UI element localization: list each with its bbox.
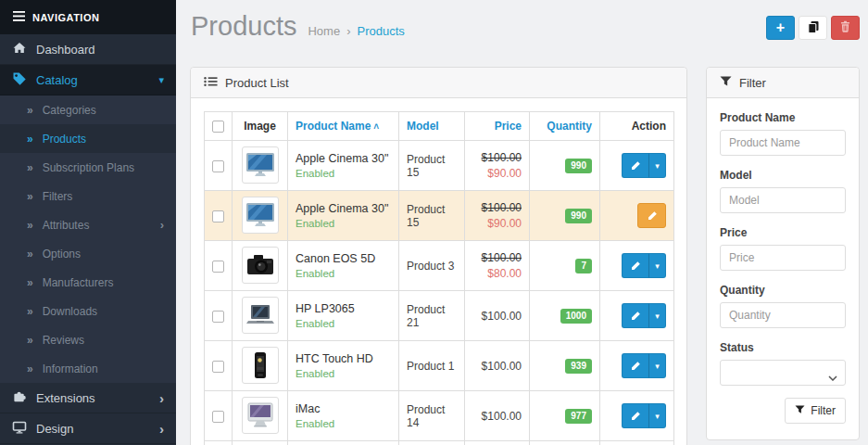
row-select-checkbox[interactable] [212, 361, 224, 373]
page-toolbar: + [766, 16, 860, 40]
table-row: Apple Cinema 30"Enabled Product 15 $100.… [205, 141, 674, 191]
edit-dropdown-toggle[interactable]: ▾ [648, 253, 666, 278]
edit-button[interactable] [622, 403, 648, 428]
price-current: $100.00 [472, 310, 522, 323]
edit-button[interactable] [622, 353, 648, 378]
filter-price-input[interactable] [720, 245, 846, 271]
caret-down-icon: ▾ [655, 362, 660, 371]
sidebar-item-label: Extensions [36, 391, 150, 405]
filter-panel-heading: Filter [707, 68, 859, 98]
caret-down-icon: ▾ [655, 161, 660, 171]
filter-status-select[interactable] [720, 360, 846, 386]
plus-icon: + [776, 20, 785, 35]
breadcrumb-home[interactable]: Home [308, 24, 340, 38]
quantity-badge: 939 [565, 359, 592, 374]
row-select-checkbox[interactable] [212, 210, 224, 222]
select-all-checkbox[interactable] [212, 121, 224, 133]
sidebar-item-subscription-plans[interactable]: » Subscription Plans [0, 153, 176, 182]
column-header-model[interactable]: Model [399, 112, 465, 141]
main-content: Products Home › Products + Product List [176, 0, 868, 445]
delete-product-button[interactable] [831, 16, 860, 40]
action-button-group: ▾ [622, 403, 666, 428]
edit-button[interactable] [622, 303, 648, 328]
filter-panel: Filter Product Name Model Price Quantity… [706, 67, 860, 440]
hamburger-icon[interactable] [13, 11, 25, 23]
sidebar-item-manufacturers[interactable]: » Manufacturers [0, 268, 176, 297]
row-select-checkbox[interactable] [212, 311, 224, 323]
sidebar-item-downloads[interactable]: » Downloads [0, 297, 176, 325]
quantity-badge: 990 [565, 159, 592, 173]
sidebar-item-filters[interactable]: » Filters [0, 182, 176, 210]
sidebar-item-design[interactable]: Design › [0, 413, 176, 444]
price-old: $100.00 [472, 251, 522, 264]
product-table: Image Product Name˄ Model Price Quantity… [204, 111, 674, 445]
table-row: HP LP3065Enabled Product 21 $100.00 1000… [205, 291, 674, 341]
double-angle-right-icon: » [27, 104, 33, 117]
add-product-button[interactable]: + [766, 16, 795, 40]
column-header-quantity[interactable]: Quantity [530, 112, 600, 141]
price-new: $90.00 [472, 217, 522, 230]
row-select-checkbox[interactable] [212, 411, 224, 423]
sidebar-item-dashboard[interactable]: Dashboard [0, 34, 176, 65]
column-header-product-name[interactable]: Product Name˄ [288, 112, 399, 141]
sidebar-item-extensions[interactable]: Extensions › [0, 383, 176, 413]
edit-dropdown-toggle[interactable]: ▾ [648, 403, 666, 428]
quantity-badge: 977 [565, 409, 592, 424]
product-status: Enabled [296, 318, 391, 329]
filter-product-name-label: Product Name [720, 111, 846, 124]
filter-product-name-input[interactable] [720, 130, 846, 156]
copy-product-button[interactable] [799, 16, 827, 40]
column-header-action: Action [600, 112, 674, 141]
row-select-checkbox[interactable] [212, 261, 224, 273]
sidebar-item-label: Downloads [43, 305, 164, 318]
row-select-checkbox[interactable] [212, 160, 224, 172]
sidebar-item-categories[interactable]: » Categories [0, 95, 176, 124]
edit-dropdown-toggle[interactable]: ▾ [648, 303, 666, 328]
copy-icon [807, 20, 820, 36]
product-model: Product 1 [399, 341, 465, 391]
edit-button[interactable] [622, 253, 648, 278]
sidebar-item-label: Reviews [43, 334, 164, 347]
sidebar-item-label: Manufacturers [43, 276, 164, 289]
sidebar-item-label: Catalog [36, 73, 149, 87]
edit-button-active[interactable] [637, 203, 666, 228]
price-current: $100.00 [472, 410, 522, 423]
sidebar-item-options[interactable]: » Options [0, 239, 176, 268]
sidebar-item-label: Categories [43, 104, 164, 117]
filter-panel-body: Product Name Model Price Quantity Status [707, 98, 859, 437]
double-angle-right-icon: » [27, 248, 33, 261]
product-model: Product 15 [399, 141, 465, 191]
sidebar-item-catalog[interactable]: Catalog ▾ [0, 65, 176, 95]
table-row: iMacEnabled Product 14 $100.00 977 ▾ [205, 391, 674, 441]
product-status: Enabled [296, 268, 391, 279]
sidebar-navigation-header: NAVIGATION [0, 0, 176, 34]
column-header-image: Image [233, 112, 288, 141]
double-angle-right-icon: » [27, 334, 33, 347]
sidebar-item-label: Subscription Plans [43, 161, 164, 174]
breadcrumb: Home › Products [308, 24, 404, 38]
product-status: Enabled [296, 218, 391, 229]
filter-model-input[interactable] [720, 187, 846, 213]
sidebar-item-information[interactable]: » Information [0, 354, 176, 383]
product-model: Product 3 [399, 241, 465, 291]
product-list-panel-body: Image Product Name˄ Model Price Quantity… [191, 98, 686, 445]
sidebar-item-label: Products [43, 133, 164, 146]
sidebar-item-label: Information [43, 362, 164, 375]
edit-dropdown-toggle[interactable]: ▾ [648, 153, 666, 178]
sidebar-item-reviews[interactable]: » Reviews [0, 325, 176, 354]
double-angle-right-icon: » [27, 305, 33, 318]
filter-apply-button[interactable]: Filter [785, 398, 846, 424]
filter-quantity-input[interactable] [720, 302, 846, 328]
edit-button[interactable] [622, 153, 648, 178]
product-image-laptop [242, 297, 279, 334]
chevron-right-icon: › [159, 391, 164, 405]
action-button-group: ▾ [622, 153, 666, 178]
sort-asc-icon: ˄ [373, 121, 379, 132]
column-header-price[interactable]: Price [465, 112, 530, 141]
sidebar-item-attributes[interactable]: » Attributes › [0, 210, 176, 239]
breadcrumb-current[interactable]: Products [357, 24, 404, 38]
caret-down-icon: ▾ [655, 312, 660, 321]
sidebar-item-products[interactable]: » Products [0, 124, 176, 153]
edit-dropdown-toggle[interactable]: ▾ [648, 353, 666, 378]
price-new: $80.00 [472, 267, 522, 280]
